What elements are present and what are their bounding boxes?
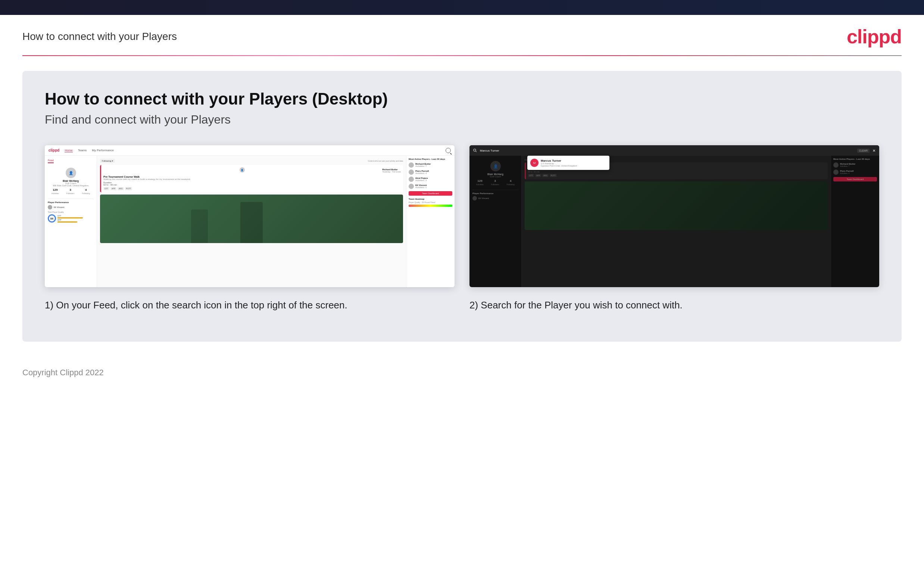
mini-duration-value: 02 hr : 00 min	[104, 184, 117, 186]
mini-center-panel: Following ▾ Control who can see your act…	[97, 156, 406, 287]
mini-following-btn: Following ▾	[100, 159, 115, 163]
mini-result-avatar: M	[530, 159, 539, 167]
tag-ott: OTT	[104, 187, 109, 190]
mini-logo: clippd	[49, 148, 59, 153]
mini-player-row-4: Eli Vincent Activities: 1	[409, 184, 452, 189]
screenshot-card-left: clippd Home Teams My Performance Feed 👤 …	[45, 145, 455, 312]
mini-result-subtitle2: Cypress Point Club, United Kingdom	[541, 165, 577, 167]
mini-activity-date: Yesterday · The Grove	[382, 170, 401, 173]
mini-activity-desc: Walking the course with my coach to buil…	[104, 178, 401, 180]
screenshots-row: clippd Home Teams My Performance Feed 👤 …	[45, 145, 879, 312]
mini-following-bar: Following ▾ Control who can see your act…	[100, 159, 403, 163]
mini-heatmap-subtitle: Player Quality · 20 Round Trend	[409, 201, 452, 203]
mini-search-magnifier-icon	[473, 149, 477, 153]
mini-player-avatar-2	[409, 169, 414, 175]
mini-search-bar[interactable]: Marcus Turner CLEAR ✕	[469, 145, 879, 156]
mini-player-row-1: Richard Butler Activities: 7	[409, 162, 452, 168]
mini-stats-row: 129 Activities 3 Followers 4	[48, 188, 94, 195]
mini-followers: 3	[66, 188, 74, 192]
footer: Copyright Clippd 2022	[0, 357, 924, 389]
mini-search-clear-btn[interactable]: CLEAR	[857, 149, 869, 153]
tag-app: APP	[110, 187, 117, 190]
mini-player-acts-4: Activities: 1	[415, 186, 427, 188]
top-bar	[0, 0, 924, 15]
mini-activity-title: Pre Tournament Course Walk	[104, 175, 401, 178]
mini-player-avatar-4	[409, 184, 414, 189]
svg-point-0	[474, 149, 476, 151]
svg-line-1	[476, 151, 477, 153]
page-heading: How to connect with your Players (Deskto…	[45, 89, 879, 108]
mini-pp-title: Player Performance	[48, 201, 94, 203]
mini-nav-home: Home	[65, 149, 73, 153]
mini-player-row-3: Hiral Pujara Activities: 3	[409, 177, 452, 182]
mini-avatar: 👤	[66, 168, 76, 178]
mini-result-info: Marcus Turner 1-5 Handicap Cypress Point…	[541, 159, 577, 167]
mini-player-row-2: Piers Parnell Activities: 4	[409, 169, 452, 175]
mini-activities-label: Activities	[52, 192, 59, 195]
logo: clippd	[847, 25, 901, 48]
mini-followers-label: Followers	[66, 192, 74, 195]
mini-result-name: Marcus Turner	[541, 159, 577, 162]
mini-left-panel: Feed 👤 Blair McHarg Golf Coach Mill Ride…	[45, 156, 97, 287]
mini-pp-name: Eli Vincent	[54, 206, 64, 208]
mini-search-icon[interactable]	[446, 148, 451, 153]
mini-player-perf: Player Performance Eli Vincent Total Pla…	[48, 201, 94, 222]
page-subheading: Find and connect with your Players	[45, 113, 879, 127]
step2-desc: 2) Search for the Player you wish to con…	[469, 298, 879, 312]
mini-heatmap-bar	[409, 205, 452, 207]
step1-desc: 1) On your Feed, click on the search ico…	[45, 298, 455, 312]
mini-activities: 129	[52, 188, 59, 192]
mini-tpq-label: Total Player Quality	[48, 211, 94, 213]
mini-player-acts-1: Activities: 7	[415, 165, 430, 167]
screenshot-card-right: clippd Home Teams My Performance 👤 Blair…	[469, 145, 879, 312]
mini-profile-club: Mill Ride Golf Club, United Kingdom	[48, 185, 94, 187]
mini-nav-left: clippd Home Teams My Performance	[45, 145, 455, 156]
mini-profile-name: Blair McHarg	[48, 180, 94, 182]
mini-nav-teams: Teams	[78, 149, 87, 152]
mini-search-close-btn[interactable]: ✕	[872, 149, 875, 153]
mini-following-label: Following	[82, 192, 90, 195]
mini-player-acts-3: Activities: 3	[415, 179, 428, 182]
tag-putt: PUTT	[125, 187, 132, 190]
mini-player-avatar-1	[409, 162, 414, 168]
header-divider	[23, 55, 901, 56]
header: How to connect with your Players clippd	[0, 15, 924, 55]
mini-activity-avatar: 👤	[239, 167, 245, 172]
mini-team-btn[interactable]: Team Dashboard	[409, 191, 452, 196]
main-content: How to connect with your Players (Deskto…	[23, 71, 901, 342]
mini-heatmap-title: Team Heatmap	[409, 198, 452, 200]
mini-pp-select: Eli Vincent	[48, 205, 94, 209]
mini-nav-performance: My Performance	[92, 149, 114, 152]
mini-profile-card: 👤 Blair McHarg Golf Coach Mill Ride Golf…	[48, 166, 94, 199]
mini-search-query: Marcus Turner	[480, 149, 854, 153]
header-title: How to connect with your Players	[23, 31, 177, 42]
mini-pp-avatar	[48, 205, 52, 209]
screenshot-right: clippd Home Teams My Performance 👤 Blair…	[469, 145, 879, 287]
mini-feed-tab: Feed	[48, 159, 54, 163]
copyright: Copyright Clippd 2022	[23, 368, 104, 377]
mini-activity-tags: OTT APP ARG PUTT	[104, 187, 401, 190]
mini-search-result: M Marcus Turner 1-5 Handicap Cypress Poi…	[527, 156, 609, 170]
mini-player-acts-2: Activities: 4	[415, 172, 429, 174]
mini-result-row: M Marcus Turner 1-5 Handicap Cypress Poi…	[530, 159, 607, 167]
mini-golf-image	[100, 195, 403, 243]
screenshot-left: clippd Home Teams My Performance Feed 👤 …	[45, 145, 455, 287]
mini-following: 4	[82, 188, 90, 192]
mini-activity-duration: Duration 02 hr : 00 min	[104, 182, 401, 186]
mini-active-title: Most Active Players - Last 30 days	[409, 158, 452, 160]
mini-activity-card: 👤 Richard Butler Yesterday · The Grove P…	[100, 165, 403, 192]
mini-quality-score: 84	[48, 214, 56, 222]
mini-right-panel: Most Active Players - Last 30 days Richa…	[406, 156, 455, 287]
tag-arg: ARG	[118, 187, 124, 190]
mini-player-avatar-3	[409, 177, 414, 182]
